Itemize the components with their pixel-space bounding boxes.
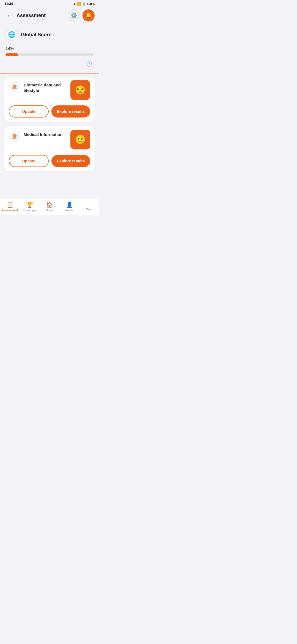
biometric-card: Biometric data and lifestyle 😒 Update Ex… (4, 77, 95, 122)
medical-icon-wrap (9, 131, 20, 142)
star-button[interactable]: ⚙️ (68, 9, 80, 21)
medical-card: Medical Information 😐 Update Explore res… (4, 126, 95, 171)
nav-label-profile: Profile (65, 209, 73, 212)
battery-percent: 100% (87, 2, 95, 6)
bell-icon: 🔔 (85, 12, 92, 19)
nav-icon-home: 🏠 (46, 201, 53, 208)
nav-label-home: Home (46, 209, 53, 212)
nav-item-home[interactable]: 🏠 Home (40, 198, 59, 215)
nav-icon-challenges: 🏆 (26, 201, 33, 208)
medical-card-actions: Update Explore results (9, 155, 90, 167)
nav-label-more: More (86, 208, 92, 211)
nav-icon-more: ··· (87, 203, 92, 207)
biometric-explore-button[interactable]: Explore results (51, 105, 90, 118)
status-bar: 11:34 ▲ 📶 🔋 100% (0, 0, 99, 8)
score-percent: 14% (6, 46, 94, 51)
nav-icon-profile: 👤 (66, 201, 73, 208)
nav-item-more[interactable]: ··· More (79, 198, 99, 215)
cards-area: Biometric data and lifestyle 😒 Update Ex… (0, 73, 99, 204)
nav-item-challenges[interactable]: 🏆 Challenges (20, 198, 40, 215)
medical-explore-button[interactable]: Explore results (51, 155, 90, 167)
global-score-header: 🌐 Global Score (6, 29, 94, 41)
history-icon: 🕐 (86, 61, 92, 67)
medical-card-top: Medical Information 😐 (9, 131, 90, 149)
nav-icon-assessment: 📋 (7, 201, 13, 208)
wifi-icon: ▲ (73, 2, 76, 6)
biometric-card-top: Biometric data and lifestyle 😒 (9, 81, 90, 100)
medical-emoji-badge: 😐 (70, 130, 90, 149)
medical-icon (12, 133, 18, 140)
battery-icon: 🔋 (82, 2, 86, 6)
back-arrow-icon: ← (7, 12, 12, 19)
nav-item-profile[interactable]: 👤 Profile (59, 198, 79, 215)
biometric-update-button[interactable]: Update (9, 105, 49, 118)
page-title: Assessment (16, 13, 46, 18)
history-button-wrap: 🕐 (6, 59, 94, 68)
history-button[interactable]: 🕐 (85, 59, 94, 68)
biometric-icon (12, 84, 18, 90)
progress-bar-fill (6, 53, 18, 56)
global-score-title: Global Score (21, 32, 51, 38)
header: ← Assessment ⚙️ 🔔 (0, 8, 99, 23)
biometric-card-title: Biometric data and lifestyle (24, 81, 68, 93)
signal-icon: 📶 (77, 2, 81, 6)
nav-label-challenges: Challenges (23, 209, 37, 212)
medical-card-title: Medical Information (24, 131, 63, 137)
nav-item-assessment[interactable]: 📋 Assessment (0, 198, 20, 215)
back-button[interactable]: ← (4, 10, 14, 20)
biometric-emoji: 😒 (75, 85, 86, 95)
status-time: 11:34 (4, 2, 13, 6)
star-icon: ⚙️ (70, 12, 77, 19)
biometric-icon-wrap (9, 81, 20, 93)
biometric-card-actions: Update Explore results (9, 105, 90, 118)
globe-icon-wrap: 🌐 (6, 29, 18, 41)
medical-card-left: Medical Information (9, 131, 68, 142)
biometric-emoji-badge: 😒 (70, 80, 90, 100)
global-score-section: 🌐 Global Score 14% 🕐 (0, 23, 99, 73)
bottom-nav: 📋 Assessment 🏆 Challenges 🏠 Home 👤 Profi… (0, 198, 99, 215)
status-icons: ▲ 📶 🔋 100% (73, 2, 95, 6)
header-actions: ⚙️ 🔔 (68, 9, 95, 21)
progress-bar (6, 53, 94, 56)
nav-label-assessment: Assessment (2, 209, 18, 212)
globe-icon: 🌐 (8, 31, 15, 38)
medical-update-button[interactable]: Update (9, 155, 49, 167)
biometric-card-left: Biometric data and lifestyle (9, 81, 68, 93)
notification-button[interactable]: 🔔 (82, 9, 95, 21)
medical-emoji: 😐 (75, 134, 86, 145)
